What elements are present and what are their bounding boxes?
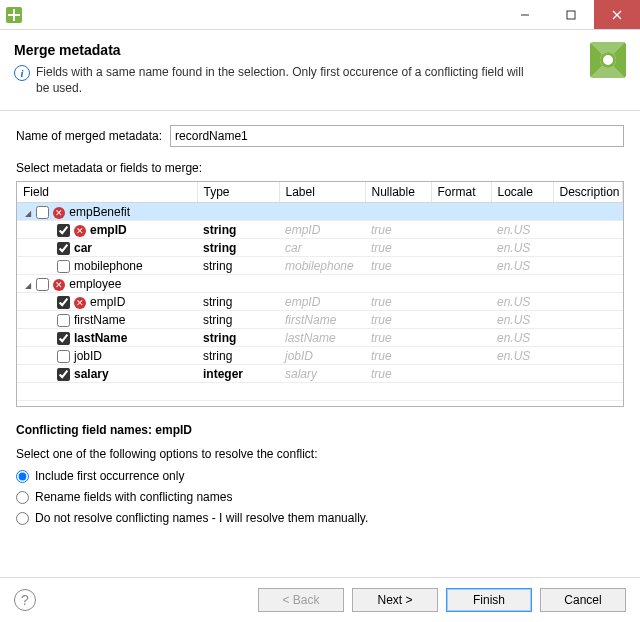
conflict-option-label: Include first occurrence only (35, 469, 184, 483)
col-field[interactable]: Field (17, 182, 197, 203)
finish-button[interactable]: Finish (446, 588, 532, 612)
conflict-icon: ✕ (53, 279, 65, 291)
col-nullable[interactable]: Nullable (365, 182, 431, 203)
conflict-radio[interactable] (16, 491, 29, 504)
next-button[interactable]: Next > (352, 588, 438, 612)
field-name: firstName (74, 313, 125, 327)
col-description[interactable]: Description (553, 182, 623, 203)
col-type[interactable]: Type (197, 182, 279, 203)
field-name: car (74, 241, 92, 255)
row-checkbox[interactable] (36, 206, 49, 219)
conflict-option[interactable]: Do not resolve conflicting names - I wil… (16, 511, 624, 525)
conflict-section: Conflicting field names: empID Select on… (16, 423, 624, 525)
conflict-option[interactable]: Rename fields with conflicting names (16, 490, 624, 504)
titlebar (0, 0, 640, 30)
row-checkbox[interactable] (57, 368, 70, 381)
conflict-radio[interactable] (16, 512, 29, 525)
row-checkbox[interactable] (36, 278, 49, 291)
row-checkbox[interactable] (57, 242, 70, 255)
fields-grid[interactable]: Field Type Label Nullable Format Locale … (16, 181, 624, 407)
conflict-option-label: Do not resolve conflicting names - I wil… (35, 511, 368, 525)
group-name: empBenefit (69, 205, 130, 219)
conflict-option-label: Rename fields with conflicting names (35, 490, 232, 504)
page-title: Merge metadata (14, 42, 536, 58)
row-checkbox[interactable] (57, 260, 70, 273)
banner-info-text: Fields with a same name found in the sel… (36, 64, 536, 96)
row-checkbox[interactable] (57, 350, 70, 363)
field-name: salary (74, 367, 109, 381)
expand-toggle-icon[interactable]: ◢ (23, 209, 33, 218)
row-checkbox[interactable] (57, 332, 70, 345)
maximize-button[interactable] (548, 0, 594, 29)
col-format[interactable]: Format (431, 182, 491, 203)
table-row[interactable]: jobIDstringjobIDtrueen.US (17, 347, 623, 365)
conflict-icon: ✕ (74, 297, 86, 309)
table-row[interactable]: lastNamestringlastNametrueen.US (17, 329, 623, 347)
field-name: lastName (74, 331, 127, 345)
table-row[interactable]: salaryintegersalarytrue (17, 365, 623, 383)
col-label[interactable]: Label (279, 182, 365, 203)
help-button[interactable]: ? (14, 589, 36, 611)
field-name: empID (90, 223, 127, 237)
close-button[interactable] (594, 0, 640, 29)
row-checkbox[interactable] (57, 296, 70, 309)
footer: ? < Back Next > Finish Cancel (0, 577, 640, 622)
conflict-title: Conflicting field names: empID (16, 423, 624, 437)
conflict-icon: ✕ (74, 225, 86, 237)
group-row[interactable]: ◢ ✕empBenefit (17, 203, 623, 221)
table-row[interactable]: carstringcartrueen.US (17, 239, 623, 257)
row-checkbox[interactable] (57, 224, 70, 237)
back-button[interactable]: < Back (258, 588, 344, 612)
row-checkbox[interactable] (57, 314, 70, 327)
conflict-prompt: Select one of the following options to r… (16, 447, 624, 461)
field-name: jobID (74, 349, 102, 363)
expand-toggle-icon[interactable]: ◢ (23, 281, 33, 290)
group-name: employee (69, 277, 121, 291)
table-row[interactable]: ✕empIDstringempIDtrueen.US (17, 221, 623, 239)
brand-logo-icon (590, 42, 626, 78)
group-row[interactable]: ◢ ✕employee (17, 275, 623, 293)
cancel-button[interactable]: Cancel (540, 588, 626, 612)
info-icon: i (14, 65, 30, 81)
conflict-radio[interactable] (16, 470, 29, 483)
col-locale[interactable]: Locale (491, 182, 553, 203)
svg-rect-1 (567, 11, 575, 19)
table-row[interactable]: mobilephonestringmobilephonetrueen.US (17, 257, 623, 275)
conflict-option[interactable]: Include first occurrence only (16, 469, 624, 483)
field-name: empID (90, 295, 125, 309)
minimize-button[interactable] (502, 0, 548, 29)
table-row[interactable]: ✕empIDstringempIDtrueen.US (17, 293, 623, 311)
banner: Merge metadata i Fields with a same name… (0, 30, 640, 111)
select-fields-label: Select metadata or fields to merge: (16, 161, 624, 175)
conflict-icon: ✕ (53, 207, 65, 219)
table-row[interactable]: firstNamestringfirstNametrueen.US (17, 311, 623, 329)
merged-name-input[interactable] (170, 125, 624, 147)
field-name: mobilephone (74, 259, 143, 273)
merged-name-label: Name of merged metadata: (16, 129, 162, 143)
grid-header-row: Field Type Label Nullable Format Locale … (17, 182, 623, 203)
app-icon (6, 7, 22, 23)
